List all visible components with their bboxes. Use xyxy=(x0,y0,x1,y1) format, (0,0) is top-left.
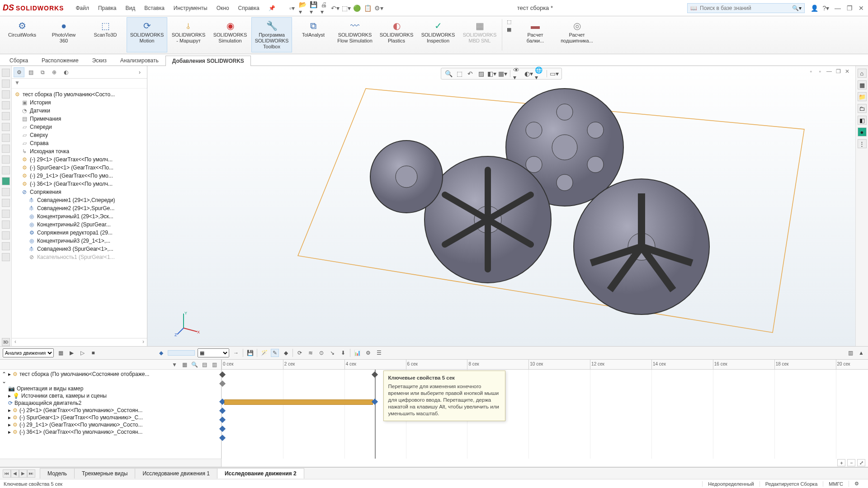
restore-icon[interactable]: ❐ xyxy=(845,4,854,12)
tree-part-2[interactable]: (-) SpurGear<1> (GearTrax<<По... xyxy=(30,164,113,171)
tree-mate-8[interactable]: Касательность1 (SpurGear<1... xyxy=(37,254,115,260)
tree-mate-2[interactable]: Совпадение2 (29<1>,SpurGe... xyxy=(37,205,114,211)
new-icon[interactable]: ▫▾ xyxy=(288,4,296,12)
btab-study1[interactable]: Исследование движения 1 xyxy=(135,468,217,479)
anim-wizard-icon[interactable]: 🪄 xyxy=(260,349,268,357)
tree-right[interactable]: Справа xyxy=(30,140,48,146)
menu-edit[interactable]: Правка xyxy=(94,3,120,13)
rebuild-icon[interactable]: 🟢 xyxy=(353,4,361,12)
timeline-tracks[interactable] xyxy=(222,370,868,459)
bt-last-icon[interactable]: ⏭ xyxy=(27,469,35,478)
ribbon-inspection[interactable]: ✓SOLIDWORKS Inspection xyxy=(418,17,458,52)
tree-scroll-left-icon[interactable]: ‹ xyxy=(14,338,16,346)
settings-icon[interactable]: ⚙▾ xyxy=(375,4,383,12)
tab-assembly[interactable]: Сборка xyxy=(3,55,35,66)
tp-explorer-icon[interactable]: 🗀 xyxy=(858,104,867,113)
motion-c4[interactable]: (-) 36<1> (GearTrax<<По умолчанию>_Состо… xyxy=(19,429,142,435)
motion-c1[interactable]: (-) 29<1> (GearTrax<<По умолчанию>_Состо… xyxy=(19,407,142,413)
playback-mode[interactable]: ▦ xyxy=(198,348,229,357)
tp-resources-icon[interactable]: ▦ xyxy=(858,80,867,89)
fm-tab-display-icon[interactable]: ◐ xyxy=(61,67,71,77)
fm-tab-config-icon[interactable]: ⧉ xyxy=(37,67,48,77)
tree-front[interactable]: Спереди xyxy=(30,124,52,130)
bt-next-icon[interactable]: ▶ xyxy=(19,469,27,478)
menu-insert[interactable]: Вставка xyxy=(141,3,168,13)
ls-15[interactable] xyxy=(2,221,10,229)
search-box[interactable]: 📖 🔍▾ xyxy=(687,3,805,13)
menu-window[interactable]: Окно xyxy=(213,3,233,13)
motor-icon[interactable]: ⟳ xyxy=(296,349,304,357)
tab-sketch[interactable]: Эскиз xyxy=(85,55,113,66)
motor-bar[interactable] xyxy=(224,399,373,405)
play-start-icon[interactable]: ▶ xyxy=(67,349,75,357)
bt-prev-icon[interactable]: ◀ xyxy=(11,469,19,478)
tree-part-3[interactable]: (-) 29_1<1> (GearTrax<<По умо... xyxy=(30,173,113,179)
props-icon[interactable]: ⚙ xyxy=(364,349,372,357)
select-icon[interactable]: ⬚▾ xyxy=(342,4,350,12)
btab-study2[interactable]: Исследование движения 2 xyxy=(217,468,304,479)
ls-1[interactable] xyxy=(2,69,10,77)
tree-mates[interactable]: Сопряжения xyxy=(30,189,61,195)
end-marker[interactable] xyxy=(375,370,376,459)
tree-mate-5[interactable]: Сопряжения редуктора1 (29... xyxy=(37,230,113,236)
tp-library-icon[interactable]: 📁 xyxy=(858,92,867,101)
ls-11[interactable] xyxy=(2,177,10,185)
timeline[interactable]: 0 сек 2 сек 4 сек 6 сек 8 сек 10 сек 12 … xyxy=(222,360,868,467)
ribbon-beam[interactable]: ▬Расчет балки... xyxy=(515,17,556,52)
print-icon[interactable]: 🖨▾ xyxy=(321,4,329,12)
zoom-in-icon[interactable]: ＋ xyxy=(837,459,845,466)
addin-icon[interactable]: ⬚ xyxy=(507,19,511,25)
fm-expand-icon[interactable]: › xyxy=(134,67,145,77)
slider-handle[interactable]: ◆ xyxy=(157,349,165,357)
tree-mate-4[interactable]: Концентричный2 (SpurGear... xyxy=(37,221,111,228)
ribbon-photoview[interactable]: ●PhotoView 360 xyxy=(43,17,84,52)
ls-18[interactable] xyxy=(2,253,10,261)
tp-view-icon[interactable]: ◧ xyxy=(858,116,867,125)
status-more-icon[interactable]: ⚙ xyxy=(849,481,864,487)
timeline-ruler[interactable]: 0 сек 2 сек 4 сек 6 сек 8 сек 10 сек 12 … xyxy=(222,360,868,370)
motion-root[interactable]: тест сборка (По умолчанию<Состояние отоб… xyxy=(19,371,149,377)
tree-mate-3[interactable]: Концентричный1 (29<1>,Эск... xyxy=(37,213,113,220)
ls-7[interactable] xyxy=(2,134,10,142)
ls-13[interactable] xyxy=(2,199,10,207)
ribbon-simulation[interactable]: ◉SOLIDWORKS Simulation xyxy=(210,17,250,52)
ribbon-motion[interactable]: ⟳SOLIDWORKS Motion xyxy=(127,17,167,52)
ls-14[interactable] xyxy=(2,210,10,218)
ls-5[interactable] xyxy=(2,112,10,120)
mt-1-icon[interactable]: ▦ xyxy=(180,361,189,368)
ribbon-circuitworks[interactable]: ⚙CircuitWorks xyxy=(2,17,42,52)
close-icon[interactable]: ✕ xyxy=(857,4,865,12)
stop-icon[interactable]: ■ xyxy=(89,349,97,357)
tree-mate-6[interactable]: Концентричный3 (29_1<1>,... xyxy=(37,238,110,244)
ribbon-scanto3d[interactable]: ⬚ScanTo3D xyxy=(85,17,126,52)
tp-home-icon[interactable]: ⌂ xyxy=(858,69,867,78)
help-icon[interactable]: ?▾ xyxy=(822,4,830,12)
tree-origin[interactable]: Исходная точка xyxy=(30,148,69,155)
open-icon[interactable]: 📂▾ xyxy=(299,4,307,12)
tree-history[interactable]: История xyxy=(30,99,51,106)
tree-sensors[interactable]: Датчики xyxy=(30,108,50,114)
menu-pin-icon[interactable]: 📌 xyxy=(265,3,279,13)
btab-3dviews[interactable]: Трехмерные виды xyxy=(74,468,135,479)
zoom-out-icon[interactable]: － xyxy=(847,459,855,466)
tree-part-1[interactable]: (-) 29<1> (GearTrax<<По умолч... xyxy=(30,156,113,163)
tab-layout[interactable]: Расположение xyxy=(35,55,85,66)
ls-6[interactable] xyxy=(2,123,10,131)
ribbon-mbd[interactable]: ▦SOLIDWORKS MBD SNL xyxy=(459,17,500,52)
autokey-icon[interactable]: ✎ xyxy=(271,349,279,357)
ls-17[interactable] xyxy=(2,242,10,250)
tree-mate-1[interactable]: Совпадение1 (29<1>,Спереди) xyxy=(37,197,115,203)
spring-icon[interactable]: ≋ xyxy=(307,349,315,357)
ls-3d-icon[interactable]: 3D xyxy=(2,338,10,346)
forum-icon[interactable]: ▦ xyxy=(507,27,511,33)
sim-settings-icon[interactable]: ☰ xyxy=(375,349,383,357)
fm-tab-tree-icon[interactable]: ⚙ xyxy=(14,67,24,77)
expand-up-icon[interactable]: ▲ xyxy=(857,349,865,357)
search-input[interactable] xyxy=(700,5,789,11)
ls-3[interactable] xyxy=(2,90,10,99)
motion-study-type[interactable]: Анализ движения xyxy=(3,348,54,357)
tp-appearance-icon[interactable]: ● xyxy=(858,127,867,136)
search-icon[interactable]: 🔍▾ xyxy=(792,5,802,11)
tree-root[interactable]: тест сборка (По умолчанию<Состо... xyxy=(23,91,115,98)
menu-tools[interactable]: Инструменты xyxy=(170,3,211,13)
